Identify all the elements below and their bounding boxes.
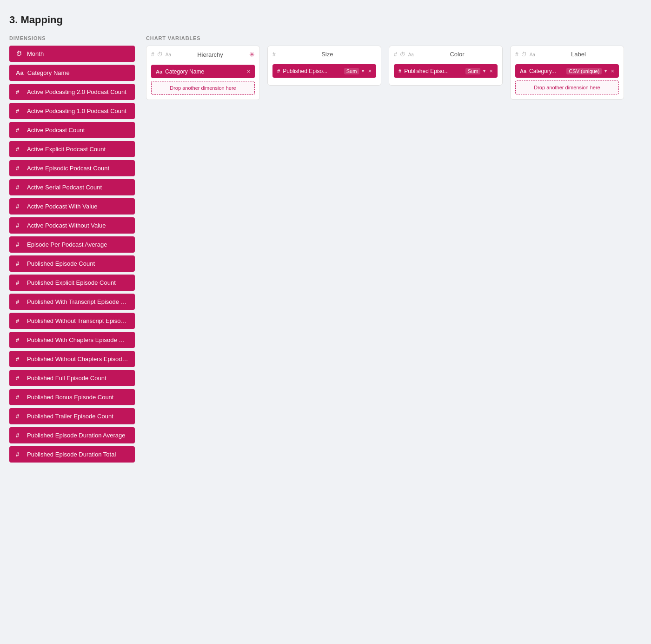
dimensions-label: DIMENSIONS	[9, 35, 135, 41]
dim-label-published-bonus-episode-count: Published Bonus Episode Count	[27, 394, 113, 401]
label-box: # Label Aa Category... CSV (unique) ▾ × …	[510, 46, 624, 100]
page-title: 3. Mapping	[9, 14, 642, 26]
dim-label-active-podcasting-1: Active Podcasting 1.0 Podcast Count	[27, 107, 126, 114]
hierarchy-chip-close[interactable]: ×	[246, 68, 250, 75]
dim-item-active-podcast-without-value[interactable]: #Active Podcast Without Value	[9, 217, 135, 234]
dim-label-published-episode-duration-total: Published Episode Duration Total	[27, 451, 116, 458]
color-header: # Color	[394, 51, 498, 60]
dim-item-published-bonus-episode-count[interactable]: #Published Bonus Episode Count	[9, 389, 135, 405]
hash-icon: #	[16, 298, 23, 305]
color-box: # Color # Published Episo... Sum ▾ ×	[389, 46, 503, 86]
size-header: # Size	[272, 51, 376, 60]
dim-item-published-without-chapters-episode-co[interactable]: #Published Without Chapters Episode Co..…	[9, 351, 135, 367]
dim-label-published-full-episode-count: Published Full Episode Count	[27, 375, 106, 382]
hash-icon: #	[16, 317, 23, 324]
dim-item-active-podcasting-1[interactable]: #Active Podcasting 1.0 Podcast Count	[9, 103, 135, 119]
label-chip-close[interactable]: ×	[611, 67, 614, 74]
size-chip-close[interactable]: ×	[368, 67, 372, 74]
dim-item-published-explicit-episode-count[interactable]: #Published Explicit Episode Count	[9, 275, 135, 291]
size-title: Size	[279, 51, 376, 58]
hash-icon: #	[16, 394, 23, 401]
color-chip-hash-icon: #	[399, 68, 401, 74]
dim-label-published-trailer-episode-count: Published Trailer Episode Count	[27, 413, 113, 420]
color-chip-close[interactable]: ×	[489, 67, 493, 74]
hierarchy-clock-icon	[157, 51, 163, 58]
hash-icon: #	[16, 451, 23, 458]
size-chip-tag: Sum	[344, 68, 359, 74]
hash-icon: #	[16, 127, 23, 134]
dim-item-active-explicit-podcast-count[interactable]: #Active Explicit Podcast Count	[9, 141, 135, 157]
color-aa-icon	[408, 51, 414, 58]
hash-icon: #	[16, 336, 23, 343]
label-chip-tag: CSV (unique)	[566, 68, 602, 74]
dim-item-active-episodic-podcast-count[interactable]: #Active Episodic Podcast Count	[9, 160, 135, 176]
label-chip-category[interactable]: Aa Category... CSV (unique) ▾ ×	[515, 64, 619, 78]
hash-icon: #	[16, 222, 23, 229]
label-hash-icon: #	[515, 51, 518, 58]
hash-icon: #	[16, 241, 23, 248]
dim-label-category-name: Category Name	[27, 69, 70, 76]
dimensions-panel: DIMENSIONS ⏱MonthAaCategory Name#Active …	[9, 35, 135, 465]
dim-item-active-podcast-count[interactable]: #Active Podcast Count	[9, 122, 135, 138]
dim-label-published-explicit-episode-count: Published Explicit Episode Count	[27, 279, 116, 286]
dim-label-published-with-transcript-episode-count: Published With Transcript Episode Count	[27, 298, 128, 305]
label-chip-aa-icon: Aa	[520, 68, 526, 74]
dim-item-episode-per-podcast-average[interactable]: #Episode Per Podcast Average	[9, 236, 135, 253]
dim-label-active-podcast-without-value: Active Podcast Without Value	[27, 222, 106, 229]
main-layout: DIMENSIONS ⏱MonthAaCategory Name#Active …	[9, 35, 642, 465]
dim-item-published-episode-count[interactable]: #Published Episode Count	[9, 255, 135, 272]
dim-item-category-name[interactable]: AaCategory Name	[9, 65, 135, 81]
label-title: Label	[538, 51, 619, 58]
chart-vars-grid: # Hierarchy ✳ Aa Category Name × Drop an…	[146, 46, 642, 100]
color-chip-tag: Sum	[465, 68, 481, 74]
size-chip-arrow[interactable]: ▾	[362, 68, 364, 74]
dim-item-month[interactable]: ⏱Month	[9, 46, 135, 62]
dimensions-list: ⏱MonthAaCategory Name#Active Podcasting …	[9, 46, 135, 463]
dim-item-published-trailer-episode-count[interactable]: #Published Trailer Episode Count	[9, 408, 135, 424]
chart-vars-label: CHART VARIABLES	[146, 35, 642, 41]
hierarchy-box: # Hierarchy ✳ Aa Category Name × Drop an…	[146, 46, 260, 100]
dim-item-active-serial-podcast-count[interactable]: #Active Serial Podcast Count	[9, 179, 135, 195]
dim-label-published-with-chapters-episode-count: Published With Chapters Episode Count	[27, 336, 128, 343]
dim-item-active-podcasting-2[interactable]: #Active Podcasting 2.0 Podcast Count	[9, 84, 135, 100]
dim-label-month: Month	[27, 50, 44, 57]
dim-label-active-serial-podcast-count: Active Serial Podcast Count	[27, 184, 102, 191]
color-chip-label: Published Episo...	[404, 68, 463, 74]
size-chip-published-episode[interactable]: # Published Episo... Sum ▾ ×	[272, 64, 376, 78]
hash-icon: #	[16, 279, 23, 286]
hash-icon: #	[16, 165, 23, 172]
hierarchy-title: Hierarchy	[174, 51, 246, 58]
label-clock-icon	[521, 51, 527, 58]
dim-item-published-with-chapters-episode-count[interactable]: #Published With Chapters Episode Count	[9, 332, 135, 348]
hierarchy-header: # Hierarchy ✳	[151, 51, 255, 61]
hash-icon: #	[16, 375, 23, 382]
dim-item-published-episode-duration-average[interactable]: #Published Episode Duration Average	[9, 427, 135, 443]
label-drop-zone[interactable]: Drop another dimension here	[515, 80, 619, 94]
dim-label-episode-per-podcast-average: Episode Per Podcast Average	[27, 241, 107, 248]
size-chip-hash-icon: #	[277, 68, 280, 74]
dim-label-active-explicit-podcast-count: Active Explicit Podcast Count	[27, 146, 106, 153]
hash-icon: #	[16, 203, 23, 210]
size-box: # Size # Published Episo... Sum ▾ ×	[267, 46, 381, 86]
size-hash-icon: #	[272, 51, 276, 58]
dim-label-published-without-chapters-episode-co: Published Without Chapters Episode Co...	[27, 356, 128, 362]
dim-label-published-episode-duration-average: Published Episode Duration Average	[27, 432, 126, 439]
hierarchy-chip-category-name[interactable]: Aa Category Name ×	[151, 65, 255, 78]
dim-item-published-without-transcript-episode-c[interactable]: #Published Without Transcript Episode C.…	[9, 313, 135, 329]
hierarchy-drop-zone[interactable]: Drop another dimension here	[151, 81, 255, 95]
dim-item-published-with-transcript-episode-count[interactable]: #Published With Transcript Episode Count	[9, 294, 135, 310]
hash-icon: #	[16, 260, 23, 267]
size-chip-label: Published Episo...	[283, 68, 341, 74]
hierarchy-required-star: ✳	[249, 51, 255, 58]
dim-item-published-episode-duration-total[interactable]: #Published Episode Duration Total	[9, 446, 135, 463]
dim-item-active-podcast-with-value[interactable]: #Active Podcast With Value	[9, 198, 135, 215]
color-clock-icon	[400, 51, 405, 58]
dim-item-published-full-episode-count[interactable]: #Published Full Episode Count	[9, 370, 135, 386]
label-chip-arrow[interactable]: ▾	[604, 68, 607, 74]
dim-label-active-podcast-with-value: Active Podcast With Value	[27, 203, 98, 210]
color-title: Color	[417, 51, 498, 58]
color-chip-published-episode[interactable]: # Published Episo... Sum ▾ ×	[394, 64, 498, 78]
dim-label-active-podcasting-2: Active Podcasting 2.0 Podcast Count	[27, 88, 126, 95]
color-hash-icon: #	[394, 51, 397, 58]
color-chip-arrow[interactable]: ▾	[483, 68, 485, 74]
